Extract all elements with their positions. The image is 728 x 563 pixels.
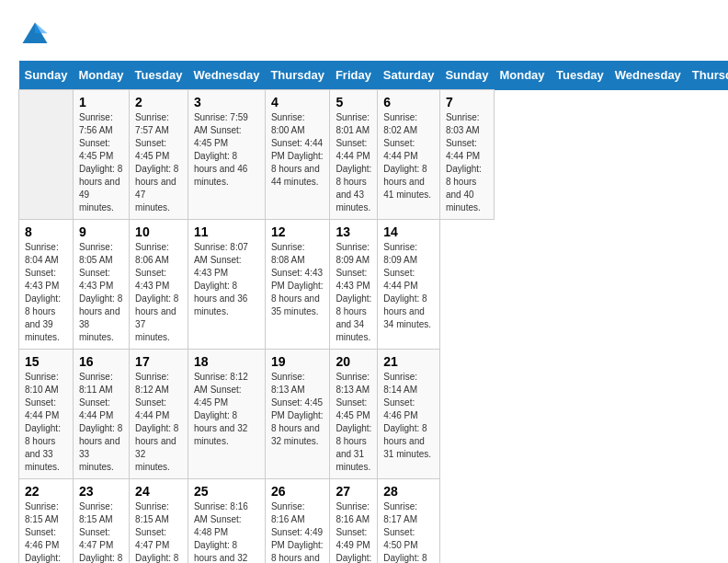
calendar-cell: 18Sunrise: 8:12 AM Sunset: 4:45 PM Dayli… [188, 350, 265, 479]
day-number: 12 [271, 224, 324, 239]
calendar-cell: 14Sunrise: 8:09 AM Sunset: 4:44 PM Dayli… [378, 220, 440, 350]
day-number: 8 [25, 224, 67, 239]
logo-icon [18, 18, 51, 52]
day-number: 14 [383, 224, 434, 239]
day-number: 7 [446, 95, 488, 109]
day-number: 6 [383, 95, 434, 109]
calendar-week-row: 15Sunrise: 8:10 AM Sunset: 4:44 PM Dayli… [19, 350, 729, 479]
day-info: Sunrise: 8:02 AM Sunset: 4:44 PM Dayligh… [383, 111, 434, 201]
calendar-cell: 7Sunrise: 8:03 AM Sunset: 4:44 PM Daylig… [439, 90, 494, 220]
day-info: Sunrise: 8:09 AM Sunset: 4:43 PM Dayligh… [336, 241, 371, 344]
calendar-week-row: 8Sunrise: 8:04 AM Sunset: 4:43 PM Daylig… [19, 220, 729, 350]
day-number: 24 [135, 484, 182, 499]
calendar-cell [19, 90, 74, 220]
day-info: Sunrise: 8:07 AM Sunset: 4:43 PM Dayligh… [194, 241, 259, 318]
day-info: Sunrise: 8:11 AM Sunset: 4:44 PM Dayligh… [79, 371, 123, 474]
day-info: Sunrise: 7:59 AM Sunset: 4:45 PM Dayligh… [194, 111, 259, 189]
calendar-cell: 21Sunrise: 8:14 AM Sunset: 4:46 PM Dayli… [378, 350, 440, 479]
day-info: Sunrise: 8:16 AM Sunset: 4:48 PM Dayligh… [194, 500, 259, 563]
calendar-cell: 26Sunrise: 8:16 AM Sunset: 4:49 PM Dayli… [265, 479, 330, 564]
calendar-cell: 6Sunrise: 8:02 AM Sunset: 4:44 PM Daylig… [378, 90, 440, 220]
day-info: Sunrise: 7:57 AM Sunset: 4:45 PM Dayligh… [135, 111, 182, 214]
day-number: 19 [271, 354, 324, 369]
day-number: 23 [79, 484, 123, 499]
header-col-sunday: Sunday [439, 61, 494, 90]
calendar-table: SundayMondayTuesdayWednesdayThursdayFrid… [18, 61, 728, 563]
day-number: 20 [336, 354, 371, 369]
day-number: 27 [336, 484, 371, 499]
day-number: 17 [135, 354, 182, 369]
calendar-cell: 27Sunrise: 8:16 AM Sunset: 4:49 PM Dayli… [330, 479, 378, 564]
day-info: Sunrise: 7:56 AM Sunset: 4:45 PM Dayligh… [79, 111, 123, 214]
calendar-week-row: 22Sunrise: 8:15 AM Sunset: 4:46 PM Dayli… [19, 479, 729, 564]
calendar-cell: 15Sunrise: 8:10 AM Sunset: 4:44 PM Dayli… [19, 350, 74, 479]
day-info: Sunrise: 8:15 AM Sunset: 4:46 PM Dayligh… [25, 500, 67, 563]
calendar-cell: 8Sunrise: 8:04 AM Sunset: 4:43 PM Daylig… [19, 220, 74, 350]
header-col-tuesday: Tuesday [551, 61, 609, 90]
day-info: Sunrise: 8:12 AM Sunset: 4:44 PM Dayligh… [135, 371, 182, 474]
day-number: 1 [79, 95, 123, 109]
day-number: 26 [271, 484, 324, 499]
day-number: 13 [336, 224, 371, 239]
day-info: Sunrise: 8:15 AM Sunset: 4:47 PM Dayligh… [79, 500, 123, 563]
calendar-cell: 17Sunrise: 8:12 AM Sunset: 4:44 PM Dayli… [130, 350, 188, 479]
header-wednesday: Wednesday [188, 61, 265, 90]
header-monday: Monday [73, 61, 129, 90]
header-friday: Friday [330, 61, 378, 90]
day-number: 10 [135, 224, 182, 239]
calendar-cell: 19Sunrise: 8:13 AM Sunset: 4:45 PM Dayli… [265, 350, 330, 479]
day-info: Sunrise: 8:14 AM Sunset: 4:46 PM Dayligh… [383, 371, 434, 461]
calendar-cell: 10Sunrise: 8:06 AM Sunset: 4:43 PM Dayli… [130, 220, 188, 350]
day-info: Sunrise: 8:15 AM Sunset: 4:47 PM Dayligh… [135, 500, 182, 563]
day-number: 18 [194, 354, 259, 369]
day-info: Sunrise: 8:13 AM Sunset: 4:45 PM Dayligh… [271, 371, 324, 448]
day-info: Sunrise: 8:08 AM Sunset: 4:43 PM Dayligh… [271, 241, 324, 318]
calendar-cell: 13Sunrise: 8:09 AM Sunset: 4:43 PM Dayli… [330, 220, 378, 350]
day-info: Sunrise: 8:12 AM Sunset: 4:45 PM Dayligh… [194, 371, 259, 448]
header-col-thursday: Thursday [687, 61, 728, 90]
day-info: Sunrise: 8:00 AM Sunset: 4:44 PM Dayligh… [271, 111, 324, 189]
day-info: Sunrise: 8:10 AM Sunset: 4:44 PM Dayligh… [25, 371, 67, 474]
calendar-cell: 1Sunrise: 7:56 AM Sunset: 4:45 PM Daylig… [73, 90, 129, 220]
day-info: Sunrise: 8:16 AM Sunset: 4:49 PM Dayligh… [271, 500, 324, 563]
page-header [18, 18, 710, 52]
day-number: 28 [383, 484, 434, 499]
day-number: 4 [271, 95, 324, 109]
calendar-cell: 16Sunrise: 8:11 AM Sunset: 4:44 PM Dayli… [73, 350, 129, 479]
day-number: 2 [135, 95, 182, 109]
header-saturday: Saturday [378, 61, 440, 90]
day-number: 11 [194, 224, 259, 239]
calendar-cell: 24Sunrise: 8:15 AM Sunset: 4:47 PM Dayli… [130, 479, 188, 564]
day-info: Sunrise: 8:05 AM Sunset: 4:43 PM Dayligh… [79, 241, 123, 344]
day-info: Sunrise: 8:13 AM Sunset: 4:45 PM Dayligh… [336, 371, 371, 474]
header-thursday: Thursday [265, 61, 330, 90]
day-number: 15 [25, 354, 67, 369]
header-sunday: Sunday [19, 61, 74, 90]
header-col-monday: Monday [494, 61, 551, 90]
day-info: Sunrise: 8:16 AM Sunset: 4:49 PM Dayligh… [336, 500, 371, 563]
day-info: Sunrise: 8:17 AM Sunset: 4:50 PM Dayligh… [383, 500, 434, 563]
day-info: Sunrise: 8:01 AM Sunset: 4:44 PM Dayligh… [336, 111, 371, 214]
calendar-cell: 22Sunrise: 8:15 AM Sunset: 4:46 PM Dayli… [19, 479, 74, 564]
calendar-cell: 2Sunrise: 7:57 AM Sunset: 4:45 PM Daylig… [130, 90, 188, 220]
calendar-week-row: 1Sunrise: 7:56 AM Sunset: 4:45 PM Daylig… [19, 90, 729, 220]
day-info: Sunrise: 8:04 AM Sunset: 4:43 PM Dayligh… [25, 241, 67, 344]
header-tuesday: Tuesday [130, 61, 188, 90]
day-info: Sunrise: 8:06 AM Sunset: 4:43 PM Dayligh… [135, 241, 182, 344]
day-info: Sunrise: 8:09 AM Sunset: 4:44 PM Dayligh… [383, 241, 434, 331]
calendar-cell: 5Sunrise: 8:01 AM Sunset: 4:44 PM Daylig… [330, 90, 378, 220]
logo [18, 18, 55, 52]
day-number: 9 [79, 224, 123, 239]
calendar-cell: 11Sunrise: 8:07 AM Sunset: 4:43 PM Dayli… [188, 220, 265, 350]
calendar-cell: 28Sunrise: 8:17 AM Sunset: 4:50 PM Dayli… [378, 479, 440, 564]
calendar-cell: 4Sunrise: 8:00 AM Sunset: 4:44 PM Daylig… [265, 90, 330, 220]
calendar-cell: 23Sunrise: 8:15 AM Sunset: 4:47 PM Dayli… [73, 479, 129, 564]
day-number: 16 [79, 354, 123, 369]
header-col-wednesday: Wednesday [609, 61, 687, 90]
day-info: Sunrise: 8:03 AM Sunset: 4:44 PM Dayligh… [446, 111, 488, 214]
svg-marker-1 [35, 23, 48, 34]
day-number: 22 [25, 484, 67, 499]
calendar-header-row: SundayMondayTuesdayWednesdayThursdayFrid… [19, 61, 729, 90]
day-number: 5 [336, 95, 371, 109]
day-number: 21 [383, 354, 434, 369]
